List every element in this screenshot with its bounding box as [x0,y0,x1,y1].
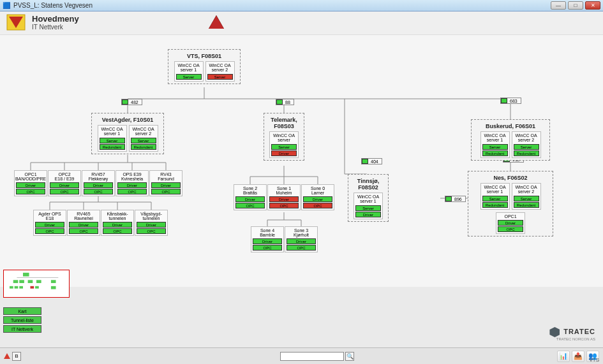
node-opc-button[interactable]: OPC [35,228,64,234]
node-driver-button[interactable]: Driver [103,222,132,228]
link-latency-vestagder: 482 [121,99,142,105]
node-opc-button[interactable]: OPC [84,189,113,194]
server-name: WinCC OAserver 1 [482,185,508,195]
site-vestagder[interactable]: VestAgder, F10S01 WinCC OAserver 1 Serve… [91,113,164,154]
node-rv465[interactable]: RV465Ravnehei Driver OPC [67,210,100,236]
server-card[interactable]: WinCC OAserver 2 Server Redundant [129,125,158,152]
node-sone0[interactable]: Sone 0Larner Driver OPC [301,184,334,210]
node-sone3[interactable]: Sone 3Kjørholt Driver OPC [285,226,318,252]
window-maximize-button[interactable]: □ [568,1,583,10]
node-opc-button[interactable]: OPC [16,189,45,194]
node-driver-button[interactable]: Driver [69,222,98,228]
node-opc-button[interactable]: OPC [303,203,332,208]
node-sone1[interactable]: Sone 1Moheim Driver OPC [267,184,301,210]
server-card[interactable]: OPC1 Driver OPC [496,212,525,234]
vendor-brand: TRATEC TRATEC NORCON AS [549,327,595,341]
server-status-button[interactable]: Server [482,196,508,201]
nav-kart-button[interactable]: Kart [3,307,41,315]
node-driver-button[interactable]: Driver [84,182,113,188]
node-ops-e39[interactable]: OPS E39Kvinesheia Driver OPC [115,170,149,196]
search-input[interactable] [280,352,344,361]
node-agder-ops[interactable]: Agder OPSE18 Driver OPC [33,210,66,236]
server-redundant-button[interactable]: Redundant [482,202,508,208]
node-driver-button[interactable]: Driver [235,196,265,202]
node-driver-button[interactable]: Driver [303,196,332,202]
window-close-button[interactable]: ✕ [585,1,600,10]
node-opc-button[interactable]: OPC [50,189,79,194]
node-driver-button[interactable]: Driver [253,238,282,244]
server-redundant-button[interactable]: Redundant [100,144,125,150]
node-driver-button[interactable]: Driver [287,238,316,244]
server-card[interactable]: WinCC OAserver 1 Server Redundant [98,125,127,152]
site-nes[interactable]: Nes, F06S02 WinCC OAserver 1 Server Redu… [468,171,553,237]
node-driver-button[interactable]: Driver [35,222,64,228]
node-rv43[interactable]: RV43Farsund Driver OPC [149,170,182,196]
server-status-button[interactable]: Server [271,144,297,150]
server-driver-button[interactable]: Driver [355,212,381,217]
node-opc1[interactable]: OPC1BAN/ODD/PRE Driver OPC [14,170,47,196]
node-driver-button[interactable]: Driver [50,182,79,188]
node-opc-button[interactable]: OPC [151,189,181,194]
site-tinnsjo[interactable]: Tinnsjø, F08S02 WinCC OAserver 1 Server … [348,174,389,222]
server-card[interactable]: WinCC OAserver 1 Server Redundant [480,183,510,210]
nav-tunnelliste-button[interactable]: Tunnel-liste [3,316,41,324]
server-name: WinCC OAserver 2 [514,133,539,143]
server-card[interactable]: WinCC OAserver 2 Server Redundant [512,131,541,158]
server-redundant-button[interactable]: Redundant [514,150,539,156]
toolbar-export-icon[interactable]: 📤 [572,351,584,362]
server-redundant-button[interactable]: Redundant [514,202,539,208]
server-card[interactable]: WinCC OAserver 2 Server Redundant [512,183,541,210]
node-opc-button[interactable]: OPC [498,226,523,232]
node-driver-button[interactable]: Driver [151,182,181,188]
site-vts[interactable]: VTS, F08S01 WinCC OAserver 1 Server WinC… [168,49,241,84]
node-opc-button[interactable]: OPC [103,228,132,234]
server-status-button[interactable]: Server [207,74,233,80]
node-opc-button[interactable]: OPC [69,228,98,234]
group-button[interactable]: B [12,352,21,361]
overview-thumbnail[interactable] [3,270,70,298]
link-latency-tinnsjo: 404 [361,158,382,164]
server-status-button[interactable]: Server [514,144,539,150]
nav-itnettverk-button[interactable]: IT Nettverk [3,325,41,333]
node-opc-button[interactable]: OPC [117,189,147,194]
node-kansbakk[interactable]: Kånsbakk-tunnelen Driver OPC [101,210,134,236]
node-driver-button[interactable]: Driver [498,220,523,226]
server-card[interactable]: WinCC OAserver 1 Server Redundant [480,131,510,158]
svg-rect-36 [19,280,24,283]
search-button[interactable]: 🔍 [345,352,354,361]
node-vagsbygd[interactable]: Vågsbygd-tunnelen Driver OPC [135,210,168,236]
server-status-button[interactable]: Server [100,138,125,143]
server-card[interactable]: WinCC OAserver Server Driver [269,131,299,158]
toolbar-chart-icon[interactable]: 📊 [557,351,570,362]
node-opc-button[interactable]: OPC [269,203,299,208]
node-driver-button[interactable]: Driver [117,182,147,188]
server-redundant-button[interactable]: Redundant [482,150,508,156]
site-telemark[interactable]: Telemark, F08S03 WinCC OAserver Server D… [264,113,304,161]
warning-icon [211,17,222,27]
node-sone4[interactable]: Sone 4Bamble Driver OPC [251,226,284,252]
node-driver-button[interactable]: Driver [137,222,166,228]
site-buskerud[interactable]: Buskerud, F06S01 WinCC OAserver 1 Server… [471,119,550,161]
server-redundant-button[interactable]: Redundant [131,144,156,150]
node-opc2[interactable]: OPC2E18 / E39 Driver OPC [48,170,81,196]
node-opc-button[interactable]: OPC [287,245,316,251]
node-opc-button[interactable]: OPC [253,245,282,251]
server-status-button[interactable]: Server [355,205,381,211]
node-opc-button[interactable]: OPC [137,228,166,234]
node-driver-button[interactable]: Driver [269,196,299,202]
node-opc-button[interactable]: OPC [235,203,265,208]
server-status-button[interactable]: Server [131,138,156,143]
server-driver-button[interactable]: Driver [271,150,297,156]
alarm-triangle-icon[interactable] [4,353,10,359]
server-card[interactable]: WinCC OAserver 1 Server Driver [354,193,383,219]
svg-rect-41 [15,286,19,289]
node-rv457[interactable]: RV457Flekkerøy Driver OPC [82,170,115,196]
server-status-button[interactable]: Server [176,74,202,80]
server-status-button[interactable]: Server [482,144,508,150]
server-card[interactable]: WinCC OAserver 2 Server [205,61,235,82]
window-minimize-button[interactable]: — [551,1,566,10]
server-status-button[interactable]: Server [514,196,539,201]
node-driver-button[interactable]: Driver [16,182,45,188]
server-card[interactable]: WinCC OAserver 1 Server [174,61,204,82]
node-sone2[interactable]: Sone 2Brattås Driver OPC [234,184,267,210]
